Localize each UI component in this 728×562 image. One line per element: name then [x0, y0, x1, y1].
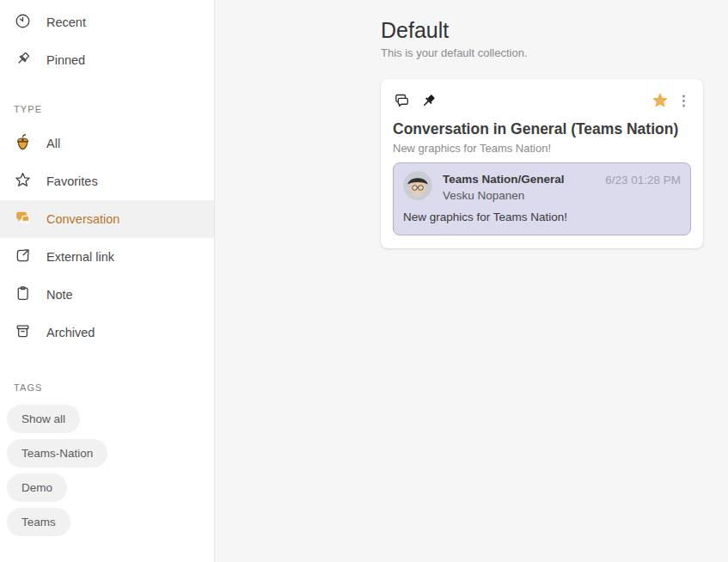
avatar [403, 171, 432, 200]
tag-chips: Show all Teams-Nation Demo Teams [0, 403, 214, 536]
tag-chip-demo[interactable]: Demo [7, 473, 67, 502]
sidebar-item-all[interactable]: All [0, 125, 214, 162]
message-channel: Teams Nation/General [443, 171, 565, 187]
star-outline-icon [14, 171, 32, 192]
tag-chip-teams[interactable]: Teams [7, 508, 70, 536]
archive-icon [14, 322, 32, 343]
sidebar-item-label: Favorites [46, 174, 98, 188]
sidebar-item-pinned[interactable]: Pinned [0, 41, 214, 79]
acorn-icon [14, 133, 32, 154]
external-link-icon [14, 247, 32, 267]
tag-chip-teams-nation[interactable]: Teams-Nation [7, 439, 107, 467]
card-subtitle: New graphics for Teams Nation! [393, 142, 691, 155]
sidebar-item-note[interactable]: Note [0, 276, 214, 314]
sidebar-item-label: Recent [46, 15, 86, 29]
message-timestamp: 6/23 01:28 PM [605, 171, 681, 186]
sidebar-item-label: Pinned [46, 53, 85, 67]
tag-chip-show-all[interactable]: Show all [7, 405, 80, 433]
clock-icon [14, 12, 32, 33]
message-header: Teams Nation/General Vesku Nopanen 6/23 … [403, 171, 681, 204]
card-icon-row [393, 92, 691, 110]
message-names: Teams Nation/General Vesku Nopanen [443, 171, 565, 204]
sidebar-item-external-link[interactable]: External link [0, 238, 214, 276]
tags-section-label: TAGS [0, 382, 214, 393]
page-subtitle: This is your default collection. [381, 46, 728, 59]
conversation-icon [14, 209, 32, 229]
sidebar-item-label: Archived [46, 326, 95, 339]
message-body: New graphics for Teams Nation! [403, 210, 681, 225]
message-preview: Teams Nation/General Vesku Nopanen 6/23 … [393, 162, 691, 235]
sidebar-item-archived[interactable]: Archived [0, 314, 214, 351]
sidebar-item-label: External link [46, 250, 114, 264]
sidebar-item-conversation[interactable]: Conversation [0, 200, 214, 238]
chat-bubbles-icon [393, 92, 411, 110]
page-title: Default [381, 18, 728, 43]
collection-item-card[interactable]: Conversation in General (Teams Nation) N… [381, 79, 703, 248]
main-content: Default This is your default collection. [216, 0, 728, 562]
sidebar-item-label: All [46, 137, 60, 150]
card-title: Conversation in General (Teams Nation) [393, 119, 691, 139]
favorite-star-button[interactable] [644, 92, 669, 109]
sidebar-item-label: Conversation [46, 212, 119, 226]
sidebar-item-label: Note [46, 288, 73, 302]
more-options-kebab-icon[interactable] [669, 92, 691, 108]
sidebar: Recent Pinned TYPE All Favorites [0, 0, 215, 562]
pushpin-icon [419, 92, 437, 110]
pin-icon [14, 50, 32, 70]
clipboard-icon [14, 284, 32, 305]
message-author: Vesku Nopanen [443, 187, 565, 204]
type-section-label: TYPE [0, 104, 214, 114]
sidebar-item-favorites[interactable]: Favorites [0, 162, 214, 200]
sidebar-item-recent[interactable]: Recent [0, 3, 214, 41]
